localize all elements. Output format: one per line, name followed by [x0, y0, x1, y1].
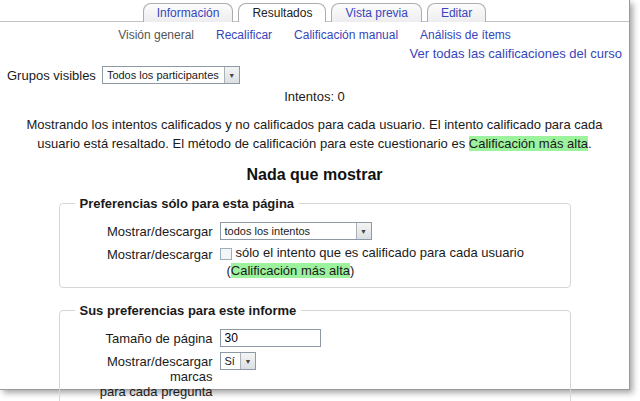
visible-groups-selected-value: Todos los participantes	[103, 67, 224, 83]
report-preferences-legend: Sus preferencias para este informe	[75, 303, 302, 318]
tab-bar: Información Resultados Vista previa Edit…	[0, 0, 629, 22]
quiz-report-window: Información Resultados Vista previa Edit…	[0, 0, 630, 390]
tab-resultados[interactable]: Resultados	[238, 3, 326, 22]
paren-close: )	[350, 263, 354, 278]
dropdown-arrow-icon: ▼	[356, 223, 371, 239]
attempts-display-selected-value: todos los intentos	[221, 223, 316, 239]
show-marks-selected-value: Sí	[221, 353, 240, 369]
attempts-display-select[interactable]: todos los intentos ▼	[220, 222, 372, 240]
subnav-link-recalificar[interactable]: Recalificar	[216, 28, 272, 42]
subnav-link-analisis-de-items[interactable]: Análisis de ítems	[420, 28, 511, 42]
report-subnav: Visión general Recalificar Calificación …	[0, 28, 629, 42]
nothing-to-show-heading: Nada que mostrar	[0, 166, 629, 184]
grading-method-highlight: Calificación más alta	[469, 136, 588, 151]
graded-attempt-only-checkbox-label: sólo el intento que es calificado para c…	[236, 245, 524, 260]
show-download-label: Mostrar/descargar	[70, 222, 220, 239]
show-download-label-2: Mostrar/descargar	[70, 245, 220, 262]
tab-editar[interactable]: Editar	[427, 3, 486, 22]
grading-method-highlight: Calificación más alta	[231, 263, 350, 278]
page-preferences-legend: Preferencias sólo para esta página	[75, 196, 300, 211]
graded-attempt-only-checkbox[interactable]	[220, 248, 232, 260]
report-preferences-fieldset: Sus preferencias para este informe Tamañ…	[59, 303, 571, 401]
subnav-current-vision-general: Visión general	[118, 28, 194, 42]
dropdown-arrow-icon: ▼	[240, 353, 255, 369]
dropdown-arrow-icon: ▼	[224, 67, 239, 83]
grading-notice-period: .	[588, 136, 592, 151]
page-preferences-fieldset: Preferencias sólo para esta página Mostr…	[59, 196, 571, 288]
visible-groups-label: Grupos visibles	[7, 68, 96, 83]
visible-groups-select[interactable]: Todos los participantes ▼	[102, 66, 240, 84]
attempts-count: Intentos: 0	[0, 89, 629, 104]
tab-vista-previa[interactable]: Vista previa	[331, 3, 421, 22]
grading-method-note: (Calificación más alta)	[227, 263, 560, 278]
show-marks-label-line2: para cada pregunta	[100, 384, 213, 399]
show-marks-label-line1: Mostrar/descargar marcas	[107, 354, 212, 384]
subnav-link-calificacion-manual[interactable]: Calificación manual	[294, 28, 398, 42]
show-marks-label: Mostrar/descargar marcaspara cada pregun…	[70, 352, 220, 399]
tab-informacion[interactable]: Información	[143, 3, 234, 22]
show-marks-select[interactable]: Sí ▼	[220, 352, 256, 370]
page-size-input[interactable]	[220, 329, 321, 347]
page-size-label: Tamaño de página	[70, 329, 220, 346]
view-all-grades-link[interactable]: Ver todas las calificaciones del curso	[410, 46, 622, 61]
grading-notice: Mostrando los intentos calificados y no …	[12, 115, 617, 153]
